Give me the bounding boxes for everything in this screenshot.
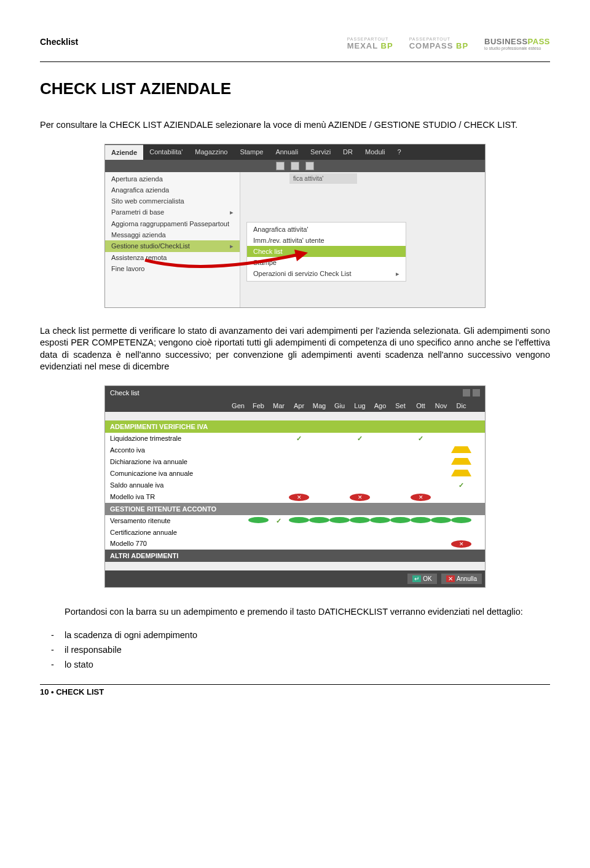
- row-label: Modello 770: [110, 540, 228, 547]
- dot-icon: [309, 517, 329, 523]
- cancel-button[interactable]: ✕Annulla: [441, 574, 482, 584]
- menu-annuali[interactable]: Annuali: [269, 144, 304, 160]
- menu-item[interactable]: Apertura azienda: [105, 173, 240, 184]
- row-label: Liquidazione trimestrale: [110, 435, 228, 442]
- paragraph-3: Portandosi con la barra su un adempiment…: [65, 606, 550, 618]
- check-icon: ✓: [296, 435, 302, 442]
- menu-aziende[interactable]: Aziende: [105, 144, 143, 160]
- section-altri: ALTRI ADEMPIMENTI: [105, 550, 485, 562]
- error-icon: ✕: [411, 494, 431, 501]
- row-label: Certificazione annuale: [110, 529, 228, 536]
- menu-item[interactable]: Parametri di base▸: [105, 207, 240, 218]
- logo-compass: PASSEPARTOUT COMPASS BP: [409, 37, 468, 50]
- screenshot-menu: Aziende Contabilita' Magazzino Stampe An…: [104, 144, 486, 308]
- dot-icon: [248, 517, 269, 523]
- row-label: Modello iva TR: [110, 493, 228, 500]
- subtag: fica attivita': [289, 173, 357, 184]
- logo-businesspass: BUSINESSPASS lo studio professionale est…: [484, 37, 550, 50]
- toolbar-icon[interactable]: [276, 162, 285, 170]
- row-label: Saldo annuale iva: [110, 481, 228, 489]
- detail-list: la scadenza di ogni adempimento il respo…: [65, 630, 550, 669]
- check-icon: ✓: [357, 435, 363, 442]
- paragraph-1: Per consultare la CHECK LIST AZIENDALE s…: [40, 119, 550, 132]
- menu-item[interactable]: Aggiorna raggruppamenti Passepartout: [105, 218, 240, 229]
- warning-icon: [451, 470, 471, 476]
- check-icon: ✓: [276, 517, 281, 524]
- menu-item[interactable]: Sito web commercialista: [105, 195, 240, 207]
- red-arrow-annotation: [142, 248, 339, 277]
- row-label: Dichiarazione iva annuale: [110, 458, 228, 465]
- error-icon: ✕: [289, 494, 309, 501]
- dot-icon: [411, 517, 431, 523]
- spacer: [105, 562, 485, 570]
- menu-magazzino[interactable]: Magazzino: [189, 144, 234, 160]
- table-row[interactable]: Comunicazione iva annuale: [105, 468, 485, 479]
- warning-icon: [451, 446, 471, 453]
- submenu-item[interactable]: Anagrafica attivita': [247, 224, 406, 235]
- window-titlebar: Check list: [105, 386, 485, 400]
- dot-icon: [370, 517, 390, 523]
- window-footer: ↵OK ✕Annulla: [105, 570, 485, 587]
- dot-icon: [431, 517, 451, 523]
- logo-mexal: PASSEPARTOUT MEXAL BP: [347, 37, 393, 50]
- table-row[interactable]: Versamento ritenute✓: [105, 515, 485, 527]
- table-row[interactable]: Dichiarazione iva annuale: [105, 456, 485, 468]
- section-iva: ADEMPIMENTI VERIFICHE IVA: [105, 420, 485, 433]
- dot-icon: [350, 517, 370, 523]
- close-icon[interactable]: [473, 389, 480, 397]
- error-icon: ✕: [350, 494, 370, 501]
- dot-icon: [390, 517, 411, 523]
- months-header: GenFebMarAprMagGiuLugAgoSetOttNovDic: [105, 400, 485, 412]
- footer-rule: [40, 684, 550, 685]
- menu-item[interactable]: Messaggi azienda: [105, 229, 240, 240]
- toolbar-icon[interactable]: [305, 162, 314, 170]
- table-row[interactable]: Certificazione annuale: [105, 527, 485, 538]
- check-icon: ✓: [458, 481, 464, 489]
- row-label: Comunicazione iva annuale: [110, 470, 228, 477]
- header-rule: [40, 61, 550, 62]
- dot-icon: [289, 517, 309, 523]
- table-row[interactable]: Modello iva TR✕✕✕: [105, 491, 485, 503]
- check-icon: ✓: [418, 435, 423, 442]
- table-row[interactable]: Liquidazione trimestrale✓✓✓: [105, 433, 485, 444]
- warning-icon: [451, 458, 471, 465]
- page-footer: 10 • CHECK LIST: [40, 687, 550, 696]
- menu-stampe[interactable]: Stampe: [234, 144, 269, 160]
- aziende-dropdown: Apertura azienda Anagrafica azienda Sito…: [105, 172, 240, 307]
- menu-help[interactable]: ?: [391, 144, 407, 160]
- ok-button[interactable]: ↵OK: [407, 574, 436, 584]
- menu-moduli[interactable]: Moduli: [359, 144, 391, 160]
- page-title: CHECK LIST AZIENDALE: [40, 79, 550, 98]
- list-item: la scadenza di ogni adempimento: [65, 630, 550, 640]
- header-section: Checklist: [40, 37, 78, 47]
- app-toolbar: [105, 160, 485, 172]
- menu-servizi[interactable]: Servizi: [304, 144, 337, 160]
- table-row[interactable]: Acconto iva: [105, 444, 485, 456]
- screenshot-checklist: Check list GenFebMarAprMagGiuLugAgoSetOt…: [104, 385, 486, 588]
- header-logos: PASSEPARTOUT MEXAL BP PASSEPARTOUT COMPA…: [347, 37, 550, 50]
- menu-item[interactable]: Anagrafica azienda: [105, 184, 240, 195]
- toolbar-icon[interactable]: [291, 162, 299, 170]
- menu-contabilita[interactable]: Contabilita': [143, 144, 189, 160]
- dot-icon: [451, 517, 471, 523]
- window-btn[interactable]: [463, 389, 470, 397]
- row-label: Versamento ritenute: [110, 517, 228, 524]
- app-menubar[interactable]: Aziende Contabilita' Magazzino Stampe An…: [105, 144, 485, 160]
- window-title: Check list: [110, 389, 140, 397]
- list-item: lo stato: [65, 660, 550, 669]
- section-ritenute: GESTIONE RITENUTE ACCONTO: [105, 503, 485, 515]
- page-header: Checklist PASSEPARTOUT MEXAL BP PASSEPAR…: [40, 37, 550, 50]
- submenu-item[interactable]: Imm./rev. attivita' utente: [247, 235, 406, 246]
- error-icon: ✕: [451, 540, 471, 548]
- table-row[interactable]: Modello 770✕: [105, 538, 485, 550]
- row-label: Acconto iva: [110, 446, 228, 454]
- paragraph-2: La check list permette di verificare lo …: [40, 325, 550, 373]
- menu-dr[interactable]: DR: [337, 144, 359, 160]
- dot-icon: [329, 517, 350, 523]
- spacer: [105, 412, 485, 420]
- table-row[interactable]: Saldo annuale iva✓: [105, 479, 485, 491]
- list-item: il responsabile: [65, 645, 550, 655]
